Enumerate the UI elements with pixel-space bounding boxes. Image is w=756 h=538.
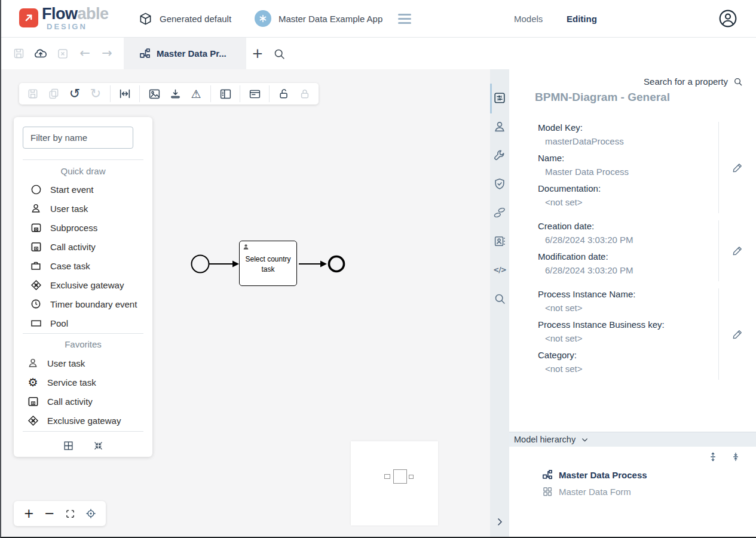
- lock-button[interactable]: [298, 87, 311, 100]
- rail-advanced-wrench-button[interactable]: [493, 149, 506, 162]
- property-label: Name:: [538, 152, 718, 164]
- palette-item-case-task[interactable]: Case task: [30, 259, 90, 273]
- paste-icon-button[interactable]: [47, 87, 60, 100]
- rail-code-button[interactable]: </>: [493, 263, 506, 276]
- user-task-node[interactable]: Select country task: [239, 241, 297, 286]
- zoom-in-button[interactable]: +: [22, 507, 35, 520]
- workspace-switcher[interactable]: Generated default: [139, 0, 231, 37]
- process-icon: [139, 48, 151, 59]
- property-value: masterDataProcess: [538, 136, 718, 147]
- hierarchy-item-master-data-process[interactable]: Master Data Process: [542, 469, 647, 480]
- hierarchy-item-master-data-form[interactable]: Master Data Form: [542, 486, 631, 497]
- brand-able: able: [78, 5, 109, 23]
- rail-identity-card-button[interactable]: [493, 235, 506, 248]
- user-avatar[interactable]: [718, 9, 737, 28]
- download-button[interactable]: [169, 87, 182, 100]
- palette-item-call-activity[interactable]: Call activity: [30, 239, 96, 254]
- edit-group-pencil-button[interactable]: [731, 328, 743, 340]
- palette-item-start-event[interactable]: Start event: [30, 182, 94, 196]
- form-icon: [542, 486, 553, 497]
- fit-width-button[interactable]: [118, 87, 131, 100]
- edit-group-pencil-button[interactable]: [731, 162, 743, 174]
- publish-cloud-upload-button[interactable]: [34, 47, 47, 60]
- form-reference-button[interactable]: [248, 87, 261, 100]
- property-group-dates: Creation date:6/28/2024 3:03:20 PM Modif…: [538, 220, 756, 281]
- history-forward-button[interactable]: →: [100, 47, 114, 60]
- palette-item-label: Timer boundary event: [50, 299, 137, 309]
- palette-divider: [23, 431, 143, 432]
- fit-to-screen-button[interactable]: [63, 507, 76, 520]
- palette-item-label: User task: [47, 358, 85, 368]
- palette-grid-view-button[interactable]: [62, 439, 75, 452]
- nav-models[interactable]: Models: [514, 0, 543, 37]
- property-value: <not set>: [538, 363, 718, 375]
- validation-warning-button[interactable]: ⚠: [189, 87, 203, 100]
- palette-collapse-button[interactable]: [91, 439, 105, 452]
- palette-item-label: User task: [50, 204, 88, 214]
- property-value: <not set>: [538, 333, 718, 345]
- redo-button[interactable]: ↻: [89, 87, 102, 100]
- palette-item-pool[interactable]: Pool: [30, 316, 68, 330]
- hierarchy-item-label: Master Data Process: [559, 470, 647, 480]
- property-search[interactable]: Search for a property: [644, 76, 743, 87]
- palette-item-timer-boundary-event[interactable]: Timer boundary event: [30, 297, 137, 311]
- start-event-node: [192, 256, 209, 273]
- palette-item-user-task[interactable]: User task: [30, 201, 88, 216]
- property-group-general: Model Key:masterDataProcess Name:Master …: [538, 122, 756, 213]
- start-event-icon: [30, 183, 42, 195]
- app-menu-icon[interactable]: [398, 14, 411, 26]
- process-icon: [542, 469, 553, 480]
- app-asterisk-icon: [255, 10, 271, 27]
- rail-process-steps-button[interactable]: [493, 206, 506, 219]
- property-value: Master Data Process: [538, 166, 718, 178]
- property-label: Documentation:: [538, 183, 718, 195]
- edit-group-pencil-button[interactable]: [731, 245, 743, 257]
- history-back-button[interactable]: ←: [78, 47, 91, 60]
- new-tab-button[interactable]: +: [251, 47, 264, 60]
- save-model-button[interactable]: [12, 47, 25, 60]
- tab-master-data-process[interactable]: Master Data Pr...: [124, 38, 246, 69]
- favorite-item-service-task[interactable]: ⚙ Service task: [27, 375, 96, 389]
- rail-search-button[interactable]: [493, 292, 506, 305]
- properties-panel: Search for a property BPMN-Diagram - Gen…: [509, 69, 756, 537]
- tab-label: Master Data Pr...: [157, 48, 227, 59]
- workspace-label: Generated default: [160, 14, 231, 24]
- subprocess-icon: [30, 222, 42, 233]
- favorite-item-call-activity[interactable]: Call activity: [27, 394, 93, 408]
- export-image-button[interactable]: [148, 87, 161, 100]
- rail-security-shield-button[interactable]: [493, 177, 506, 190]
- properties-icon-rail: </>: [490, 69, 509, 537]
- property-label: Model Key:: [538, 122, 718, 134]
- active-rail-indicator: [490, 84, 492, 113]
- palette-filter-input[interactable]: [23, 127, 133, 149]
- zoom-out-button[interactable]: −: [43, 507, 56, 520]
- expand-all-button[interactable]: [708, 452, 718, 462]
- center-target-button[interactable]: [84, 507, 97, 520]
- unlock-button[interactable]: [277, 87, 290, 100]
- minimap[interactable]: [351, 441, 438, 525]
- favorite-item-exclusive-gateway[interactable]: Exclusive gateway: [27, 413, 121, 428]
- tab-search-button[interactable]: [273, 47, 286, 60]
- model-hierarchy-header[interactable]: Model hierarchy: [509, 432, 756, 447]
- sequence-flow-arrowhead: [232, 261, 239, 268]
- collapse-panel-chevron-right-button[interactable]: [493, 515, 506, 528]
- undo-button[interactable]: ↺: [68, 87, 81, 100]
- favorite-item-user-task[interactable]: User task: [27, 356, 85, 370]
- toggle-panel-button[interactable]: [219, 87, 232, 100]
- palette-item-exclusive-gateway[interactable]: Exclusive gateway: [30, 278, 124, 292]
- diagram-canvas[interactable]: ↺ ↻ ⚠: [1, 69, 490, 537]
- palette-item-label: Start event: [50, 185, 94, 195]
- save-icon-button[interactable]: [26, 87, 39, 100]
- minimap-task: [393, 469, 407, 484]
- hierarchy-item-label: Master Data Form: [559, 487, 631, 497]
- flowable-logo-icon: [19, 8, 38, 27]
- app-switcher[interactable]: Master Data Example App: [255, 0, 382, 37]
- nav-editing[interactable]: Editing: [567, 0, 597, 37]
- collapse-all-button[interactable]: [731, 452, 740, 462]
- rail-general-properties-button[interactable]: [493, 91, 506, 104]
- palette-item-subprocess[interactable]: Subprocess: [30, 220, 97, 235]
- toolbar-divider: [139, 85, 140, 102]
- rail-assignment-button[interactable]: [493, 120, 506, 133]
- close-model-button[interactable]: [56, 47, 69, 60]
- user-task-label: Select country task: [240, 254, 296, 275]
